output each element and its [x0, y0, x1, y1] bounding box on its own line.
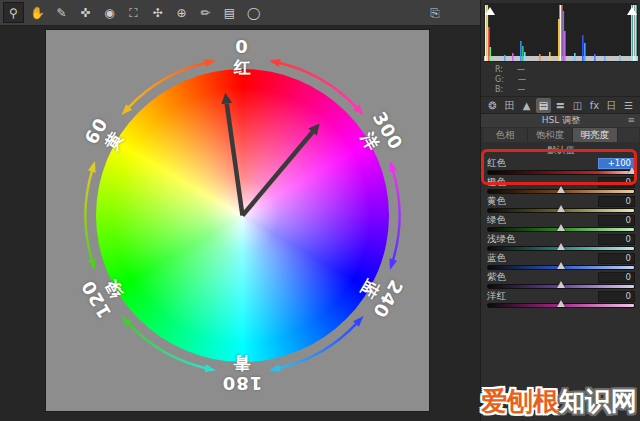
slider-track[interactable]	[487, 265, 635, 270]
slider-label: 浅绿色	[487, 233, 516, 245]
slider-thumb[interactable]	[557, 205, 565, 212]
effects-tab-icon[interactable]: fx	[587, 98, 602, 113]
luminance-sliders: 红色+100 橙色0 黄色0 绿色0 浅绿色0 蓝色0	[487, 157, 635, 309]
slider-row-yellow: 黄色0	[487, 195, 635, 214]
rgb-readout: R:— G:— B:—	[495, 65, 525, 95]
slider-row-purple: 紫色0	[487, 271, 635, 290]
camera-raw-window: ⚲ ✋ ✎ ✜ ◉ ⛶ ✣ ⊕ ✏ ▤ ◯ ⎘ 0红 300洋 240蓝	[0, 0, 640, 421]
slider-label: 黄色	[487, 195, 506, 207]
slider-track[interactable]	[487, 227, 635, 232]
hand-tool[interactable]: ✋	[27, 2, 48, 23]
r-value: —	[517, 65, 524, 75]
slider-label: 红色	[487, 157, 506, 169]
g-label: G:	[495, 75, 504, 85]
tone-curve-tab-icon[interactable]: 田	[502, 98, 517, 113]
panel-menu-icon[interactable]: ≡	[627, 114, 635, 127]
slider-value-input[interactable]: 0	[598, 253, 635, 264]
hsl-tab-icon[interactable]: ▤	[536, 98, 551, 113]
toolbar: ⚲ ✋ ✎ ✜ ◉ ⛶ ✣ ⊕ ✏ ▤ ◯ ⎘	[0, 0, 480, 26]
camera-calibration-tab-icon[interactable]: 日	[604, 98, 619, 113]
default-values-link[interactable]: 默认值	[481, 144, 640, 157]
watermark-highlight: 爱刨根	[481, 386, 559, 416]
slider-value-input[interactable]: 0	[598, 272, 635, 283]
hue-angle-label: 0	[235, 37, 249, 57]
tab-hue[interactable]: 色相	[483, 128, 528, 142]
histogram[interactable]	[484, 3, 638, 62]
hsl-mode-tabs: 色相 饱和度 明亮度	[483, 128, 639, 142]
slider-thumb[interactable]	[557, 300, 565, 307]
slider-value-input[interactable]: 0	[598, 196, 635, 207]
spot-removal-tool[interactable]: ✣	[147, 2, 168, 23]
detail-tab-icon[interactable]: ▲	[519, 98, 534, 113]
tab-luminance[interactable]: 明亮度	[573, 128, 618, 142]
slider-row-red: 红色+100	[487, 157, 635, 176]
watermark-rest: 知识网	[559, 386, 637, 416]
adjustment-brush-tool[interactable]: ✏	[195, 2, 216, 23]
lens-corrections-tab-icon[interactable]: ◫	[570, 98, 585, 113]
hue-angle-label: 180	[222, 373, 263, 393]
g-value: —	[518, 75, 525, 85]
presets-tab-icon[interactable]: ☰	[621, 98, 636, 113]
r-label: R:	[495, 65, 503, 75]
slider-label: 绿色	[487, 214, 506, 226]
panel-toggle-icon[interactable]: ⎘	[425, 3, 445, 23]
zoom-tool[interactable]: ⚲	[3, 2, 24, 23]
slider-thumb[interactable]	[557, 243, 565, 250]
slider-track[interactable]	[487, 208, 635, 213]
slider-row-green: 绿色0	[487, 214, 635, 233]
panel-tab-bar: ❂ 田 ▲ ▤ 〓 ◫ fx 日 ☰	[481, 96, 640, 114]
b-value: —	[517, 85, 524, 95]
red-eye-tool[interactable]: ⊕	[171, 2, 192, 23]
tab-saturation[interactable]: 饱和度	[528, 128, 573, 142]
slider-track[interactable]	[487, 189, 635, 194]
slider-track[interactable]	[487, 246, 635, 251]
adjustments-panel: R:— G:— B:— ❂ 田 ▲ ▤ 〓 ◫ fx 日 ☰ HSL 调整 ≡ …	[480, 0, 640, 421]
document-canvas[interactable]: 0红 300洋 240蓝 180青 120绿 60黄	[45, 29, 430, 412]
slider-track[interactable]	[487, 170, 635, 175]
slider-value-input[interactable]: 0	[598, 234, 635, 245]
slider-value-input[interactable]: 0	[598, 291, 635, 302]
hue-name-label: 红	[234, 57, 251, 77]
slider-value-input[interactable]: 0	[598, 215, 635, 226]
slider-label: 蓝色	[487, 252, 506, 264]
targeted-adjustment-tool[interactable]: ◉	[99, 2, 120, 23]
slider-track[interactable]	[487, 303, 635, 308]
slider-row-blue: 蓝色0	[487, 252, 635, 271]
crop-tool[interactable]: ⛶	[123, 2, 144, 23]
slider-row-aqua: 浅绿色0	[487, 233, 635, 252]
radial-filter-tool[interactable]: ◯	[243, 2, 264, 23]
slider-label: 橙色	[487, 176, 506, 188]
split-toning-tab-icon[interactable]: 〓	[553, 98, 568, 113]
slider-thumb[interactable]	[628, 167, 636, 174]
slider-label: 紫色	[487, 271, 506, 283]
slider-value-input[interactable]: 0	[598, 177, 635, 188]
watermark: 爱刨根知识网	[481, 384, 637, 419]
slider-row-magenta: 洋红0	[487, 290, 635, 309]
slider-row-orange: 橙色0	[487, 176, 635, 195]
slider-thumb[interactable]	[557, 186, 565, 193]
slider-track[interactable]	[487, 284, 635, 289]
slider-thumb[interactable]	[557, 224, 565, 231]
color-sampler-tool[interactable]: ✜	[75, 2, 96, 23]
basic-tab-icon[interactable]: ❂	[485, 98, 500, 113]
hue-name-label: 青	[234, 353, 251, 373]
slider-label: 洋红	[487, 290, 506, 302]
panel-title: HSL 调整	[481, 114, 640, 127]
graduated-filter-tool[interactable]: ▤	[219, 2, 240, 23]
slider-thumb[interactable]	[557, 281, 565, 288]
slider-thumb[interactable]	[557, 262, 565, 269]
white-balance-tool[interactable]: ✎	[51, 2, 72, 23]
b-label: B:	[495, 85, 503, 95]
